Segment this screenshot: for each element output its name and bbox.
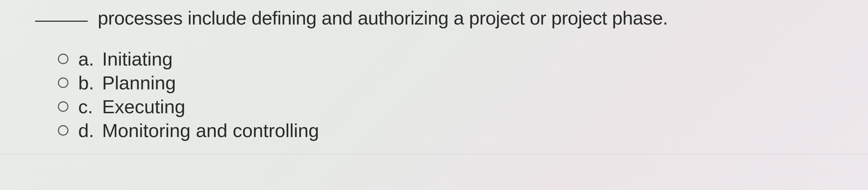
option-c[interactable]: c. Executing [58,96,868,117]
options-list: a. Initiating b. Planning c. Executing d… [35,48,868,141]
option-d[interactable]: d. Monitoring and controlling [58,120,868,141]
radio-icon[interactable] [58,77,68,88]
fill-in-blank [35,21,88,22]
question-prompt: processes include defining and authorizi… [35,7,868,29]
radio-icon[interactable] [58,125,68,136]
option-letter: c. [78,96,102,117]
option-b[interactable]: b. Planning [58,72,868,94]
option-text: Initiating [102,48,868,70]
question-container: processes include defining and authorizi… [0,7,868,154]
option-letter: d. [78,120,102,141]
option-letter: b. [78,72,102,94]
radio-icon[interactable] [58,54,68,64]
option-a[interactable]: a. Initiating [58,48,868,70]
question-text: processes include defining and authorizi… [98,7,668,28]
radio-icon[interactable] [58,101,68,112]
option-text: Executing [102,96,868,117]
option-text: Monitoring and controlling [102,120,868,141]
option-letter: a. [78,48,102,70]
option-text: Planning [102,72,868,94]
